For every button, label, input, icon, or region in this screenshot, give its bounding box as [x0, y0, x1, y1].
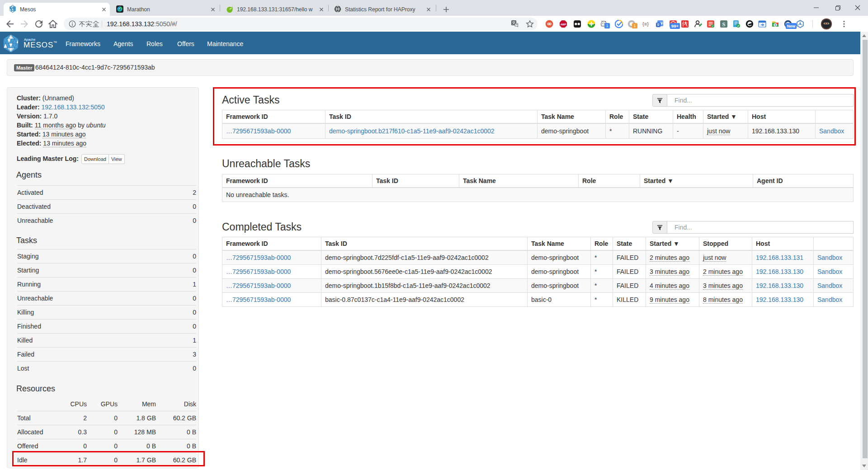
svg-text:{≡}: {≡}	[642, 21, 649, 27]
svg-text:1: 1	[633, 24, 636, 28]
svg-text:ABP: ABP	[561, 23, 566, 26]
svg-text:S: S	[722, 21, 726, 28]
svg-text:New: New	[787, 24, 796, 28]
svg-text:1: 1	[606, 24, 608, 28]
svg-text:99+: 99+	[671, 24, 679, 28]
